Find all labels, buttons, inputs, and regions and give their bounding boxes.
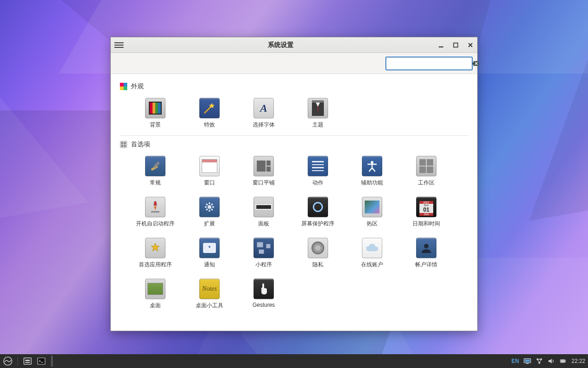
item-label: 窗口: [204, 179, 215, 187]
item-label: 隐私: [312, 261, 323, 269]
file-manager-launcher[interactable]: [23, 356, 33, 366]
effects-icon: [199, 98, 220, 118]
item-label: 动作: [312, 179, 323, 187]
item-preferred-apps[interactable]: 首选应用程序: [128, 238, 182, 269]
item-effects[interactable]: 特效: [182, 98, 237, 129]
item-workspaces[interactable]: 工作区: [399, 156, 453, 187]
item-applets[interactable]: 小程序: [237, 238, 291, 269]
item-general[interactable]: 常规: [128, 156, 182, 187]
menu-launcher[interactable]: [3, 356, 13, 366]
item-account-details[interactable]: 帐户详情: [399, 238, 453, 269]
svg-line-24: [211, 209, 213, 210]
terminal-launcher[interactable]: [36, 356, 46, 366]
desklets-icon: Notes: [199, 279, 220, 299]
item-label: 小程序: [255, 261, 272, 269]
item-online-accounts[interactable]: 在线账户: [345, 238, 399, 269]
section-appearance-header: 外观: [120, 82, 469, 91]
svg-line-23: [206, 204, 208, 205]
volume-tray-icon[interactable]: [548, 357, 555, 365]
item-label: 屏幕保护程序: [301, 220, 334, 228]
theme-icon: [308, 98, 328, 118]
section-divider: [120, 135, 469, 136]
svg-rect-14: [124, 145, 126, 147]
taskbar-divider: [51, 356, 53, 367]
item-label: 常规: [150, 179, 161, 187]
general-icon: [145, 156, 165, 176]
item-theme[interactable]: 主题: [291, 98, 345, 129]
search-input[interactable]: [392, 60, 469, 67]
item-startup[interactable]: 开机自启动程序: [128, 197, 182, 228]
item-panel[interactable]: 面板: [237, 197, 291, 228]
item-label: 主题: [312, 121, 323, 129]
item-label: 热区: [367, 220, 378, 228]
item-label: 开机自启动程序: [136, 220, 175, 228]
background-icon: [145, 98, 165, 118]
svg-rect-12: [124, 142, 126, 144]
item-screensaver[interactable]: 屏幕保护程序: [291, 197, 345, 228]
svg-point-16: [371, 161, 373, 164]
svg-rect-6: [120, 86, 124, 90]
svg-rect-9: [312, 100, 324, 103]
item-label: 日期和时间: [413, 220, 440, 228]
item-font[interactable]: A 选择字体: [237, 98, 291, 129]
close-button[interactable]: [467, 42, 474, 48]
tiling-icon: [254, 156, 274, 176]
appearance-grid: 背景 特效 A 选择字体 主题: [122, 94, 469, 132]
item-accessibility[interactable]: 辅助功能: [345, 156, 399, 187]
preferences-section-icon: [120, 141, 127, 148]
clear-search-button[interactable]: [472, 60, 479, 67]
svg-point-18: [208, 205, 211, 209]
item-extensions[interactable]: 扩展: [182, 197, 237, 228]
account-details-icon: [416, 238, 436, 258]
minimize-button[interactable]: [438, 42, 444, 48]
font-icon: A: [254, 98, 274, 118]
item-background[interactable]: 背景: [128, 98, 182, 129]
battery-tray-icon[interactable]: [560, 357, 567, 365]
item-privacy[interactable]: 隐私: [291, 238, 345, 269]
window-title: 系统设置: [124, 41, 438, 49]
display-tray-icon[interactable]: [524, 357, 531, 365]
panel-icon: [254, 197, 274, 217]
desktop-icon: [145, 279, 165, 299]
online-accounts-icon: [362, 238, 382, 258]
item-hotcorner[interactable]: 热区: [345, 197, 399, 228]
appearance-section-icon: [120, 83, 127, 90]
item-label: 桌面小工具: [196, 302, 223, 310]
section-label: 首选项: [131, 140, 150, 149]
svg-rect-42: [561, 360, 565, 362]
item-label: 面板: [258, 220, 269, 228]
item-tiling[interactable]: 窗口平铺: [237, 156, 291, 187]
taskbar-right: EN 22:22: [511, 357, 585, 365]
maximize-button[interactable]: [452, 42, 459, 48]
system-settings-window: 系统设置 外观: [110, 37, 478, 331]
preferred-apps-icon: [145, 238, 165, 258]
item-label: 选择字体: [253, 121, 275, 129]
toolbar: [111, 53, 477, 74]
svg-rect-1: [454, 43, 458, 47]
settings-content: 外观 背景 特效 A 选择字体: [111, 74, 477, 331]
extensions-icon: [199, 197, 220, 217]
item-desktop[interactable]: 桌面: [128, 279, 182, 310]
search-box[interactable]: [385, 57, 473, 70]
item-datetime[interactable]: 2007Sun01JAN 日期和时间: [399, 197, 453, 228]
clock[interactable]: 22:22: [571, 358, 585, 364]
svg-rect-5: [124, 83, 127, 86]
item-label: 背景: [150, 121, 161, 129]
item-desklets[interactable]: Notes 桌面小工具: [182, 279, 237, 310]
titlebar: 系统设置: [111, 37, 477, 53]
menu-button[interactable]: [114, 42, 124, 48]
item-notifications[interactable]: * 通知: [182, 238, 237, 269]
windows-icon: [199, 156, 220, 176]
language-indicator[interactable]: EN: [511, 358, 519, 364]
item-label: Gestures: [253, 302, 275, 308]
accessibility-icon: [362, 156, 382, 176]
section-preferences-header: 首选项: [120, 140, 469, 149]
svg-rect-10: [120, 141, 127, 148]
item-actions[interactable]: 动作: [291, 156, 345, 187]
network-tray-icon[interactable]: [536, 357, 543, 365]
item-gestures[interactable]: Gestures: [237, 279, 291, 310]
item-label: 在线账户: [361, 261, 383, 269]
item-label: 扩展: [204, 220, 215, 228]
svg-line-25: [211, 204, 213, 205]
item-windows[interactable]: 窗口: [182, 156, 237, 187]
